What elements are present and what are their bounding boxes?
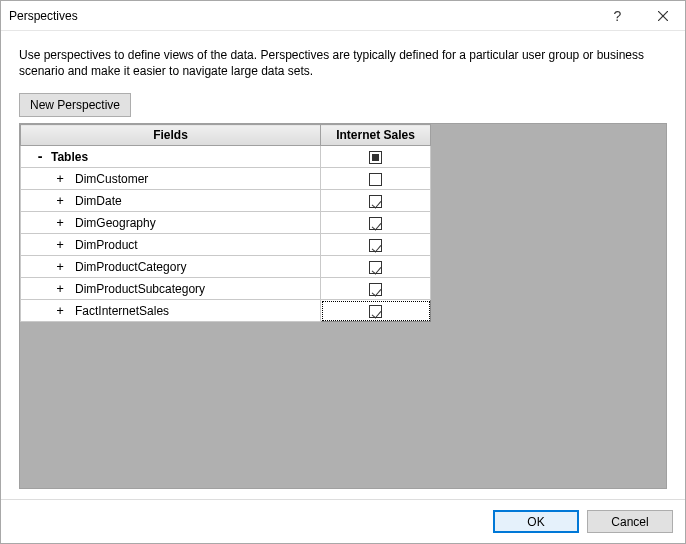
tree-node-label: DimProductSubcategory — [75, 282, 205, 296]
expand-icon[interactable]: + — [53, 282, 67, 296]
checkbox-DimProductSubcategory[interactable] — [369, 283, 382, 296]
tree-root-row[interactable]: -Tables — [21, 146, 431, 168]
expand-icon[interactable]: + — [53, 260, 67, 274]
tree-node-label: DimProductCategory — [75, 260, 186, 274]
perspectives-dialog: Perspectives ? Use perspectives to defin… — [0, 0, 686, 544]
cancel-button[interactable]: Cancel — [587, 510, 673, 533]
tree-child-row[interactable]: +DimProductSubcategory — [21, 278, 431, 300]
description-text: Use perspectives to define views of the … — [19, 47, 667, 79]
tree-child-row[interactable]: +DimProduct — [21, 234, 431, 256]
tree-node-label: FactInternetSales — [75, 304, 169, 318]
checkbox-DimDate[interactable] — [369, 195, 382, 208]
perspectives-grid[interactable]: Fields Internet Sales -Tables+DimCustome… — [19, 123, 667, 489]
dialog-content: Use perspectives to define views of the … — [1, 31, 685, 499]
table: Fields Internet Sales -Tables+DimCustome… — [20, 124, 431, 322]
tree-node-label: DimGeography — [75, 216, 156, 230]
ok-button[interactable]: OK — [493, 510, 579, 533]
checkbox-FactInternetSales[interactable] — [369, 305, 382, 318]
expand-icon[interactable]: + — [53, 238, 67, 252]
close-button[interactable] — [640, 1, 685, 31]
new-perspective-button[interactable]: New Perspective — [19, 93, 131, 117]
help-button[interactable]: ? — [595, 1, 640, 31]
column-header-perspective[interactable]: Internet Sales — [321, 125, 431, 146]
title-bar: Perspectives ? — [1, 1, 685, 31]
close-icon — [658, 11, 668, 21]
tree-child-row[interactable]: +DimGeography — [21, 212, 431, 234]
tree-node-label: DimCustomer — [75, 172, 148, 186]
tree-child-row[interactable]: +DimProductCategory — [21, 256, 431, 278]
checkbox-DimGeography[interactable] — [369, 217, 382, 230]
tree-node-label: DimDate — [75, 194, 122, 208]
dialog-footer: OK Cancel — [1, 499, 685, 543]
tree-child-row[interactable]: +FactInternetSales — [21, 300, 431, 322]
tree-root-label: Tables — [51, 150, 88, 164]
expand-icon[interactable]: + — [53, 304, 67, 318]
tree-child-row[interactable]: +DimCustomer — [21, 168, 431, 190]
expand-icon[interactable]: + — [53, 194, 67, 208]
checkbox-DimProduct[interactable] — [369, 239, 382, 252]
checkbox-DimCustomer[interactable] — [369, 173, 382, 186]
window-title: Perspectives — [9, 9, 595, 23]
tree-node-label: DimProduct — [75, 238, 138, 252]
expand-icon[interactable]: + — [53, 216, 67, 230]
expand-icon[interactable]: + — [53, 172, 67, 186]
checkbox-DimProductCategory[interactable] — [369, 261, 382, 274]
tree-child-row[interactable]: +DimDate — [21, 190, 431, 212]
collapse-icon[interactable]: - — [33, 150, 47, 164]
checkbox-root[interactable] — [369, 151, 382, 164]
column-header-fields[interactable]: Fields — [21, 125, 321, 146]
